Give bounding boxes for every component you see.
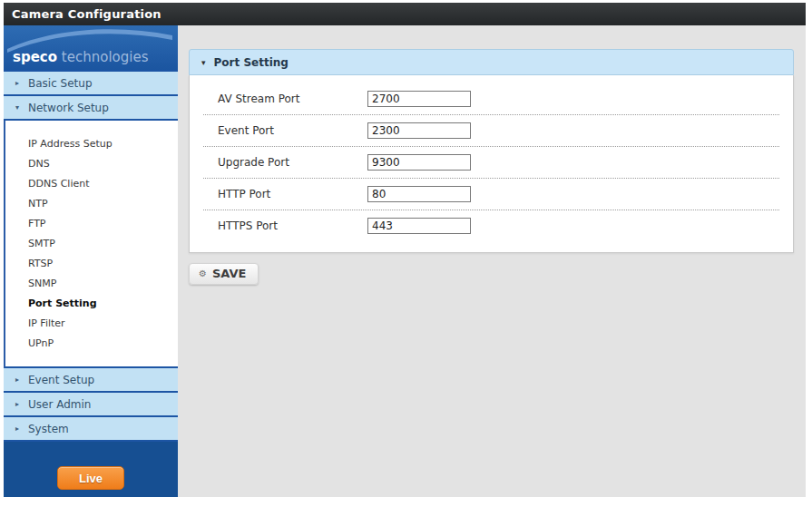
field-label-av-stream-port: AV Stream Port	[218, 93, 367, 105]
gear-icon: ⚙	[199, 268, 207, 278]
sidebar-nav: ▸Basic Setup▾Network SetupIP Address Set…	[4, 72, 178, 442]
panel-body: AV Stream PortEvent PortUpgrade PortHTTP…	[189, 75, 794, 253]
sidebar-footer: Live	[4, 442, 178, 497]
panel-title: Port Setting	[214, 56, 289, 69]
chevron-down-icon: ▾	[201, 58, 206, 67]
main-content: ▾ Port Setting AV Stream PortEvent PortU…	[178, 25, 806, 497]
av-stream-port-input[interactable]	[367, 91, 471, 107]
sidebar-section-label: User Admin	[28, 398, 91, 411]
app-body: speco technologies ▸Basic Setup▾Network …	[4, 25, 806, 497]
form-row-upgrade-port: Upgrade Port	[203, 146, 779, 178]
sidebar-item-ip-address-setup[interactable]: IP Address Setup	[5, 134, 178, 154]
sidebar-section-label: Event Setup	[28, 374, 94, 386]
sidebar-item-dns[interactable]: DNS	[5, 154, 178, 174]
port-setting-panel: ▾ Port Setting AV Stream PortEvent PortU…	[189, 49, 794, 253]
brand-name-bold: speco	[13, 49, 57, 65]
https-port-input[interactable]	[367, 218, 471, 234]
sidebar-item-rtsp[interactable]: RTSP	[5, 254, 178, 274]
triangle-right-icon: ▸	[13, 424, 22, 433]
save-button-label: SAVE	[212, 267, 246, 280]
sidebar-item-upnp[interactable]: UPnP	[5, 334, 178, 354]
form-row-event-port: Event Port	[203, 114, 779, 146]
form-row-http-port: HTTP Port	[203, 178, 779, 210]
field-label-upgrade-port: Upgrade Port	[218, 156, 367, 169]
sidebar-item-ip-filter[interactable]: IP Filter	[5, 314, 178, 334]
form-row-av-stream-port: AV Stream Port	[203, 83, 779, 114]
sidebar: speco technologies ▸Basic Setup▾Network …	[4, 25, 178, 497]
sidebar-submenu-network-setup: IP Address SetupDNSDDNS ClientNTPFTPSMTP…	[4, 121, 178, 368]
upgrade-port-input[interactable]	[367, 154, 471, 171]
save-button[interactable]: ⚙ SAVE	[189, 263, 259, 285]
sidebar-item-snmp[interactable]: SNMP	[5, 274, 178, 294]
window-title-bar: Camera Configuration	[4, 3, 806, 25]
event-port-input[interactable]	[367, 122, 471, 139]
sidebar-section-label: Basic Setup	[28, 77, 93, 90]
sidebar-section-basic-setup[interactable]: ▸Basic Setup	[4, 72, 178, 96]
brand-logo: speco technologies	[4, 25, 178, 72]
sidebar-item-port-setting[interactable]: Port Setting	[5, 294, 178, 314]
window-title: Camera Configuration	[12, 7, 161, 21]
brand-name-light: technologies	[62, 49, 149, 65]
triangle-right-icon: ▸	[13, 400, 22, 408]
page: Camera Configuration speco technologies …	[0, 0, 812, 507]
field-label-event-port: Event Port	[218, 124, 367, 137]
sidebar-item-smtp[interactable]: SMTP	[5, 234, 178, 254]
triangle-down-icon: ▾	[13, 103, 22, 112]
live-button[interactable]: Live	[57, 466, 124, 490]
sidebar-section-event-setup[interactable]: ▸Event Setup	[4, 368, 178, 393]
sidebar-section-network-setup[interactable]: ▾Network Setup	[4, 96, 178, 121]
sidebar-section-label: Network Setup	[28, 102, 109, 114]
camera-configuration-app: Camera Configuration speco technologies …	[4, 3, 806, 497]
form-row-https-port: HTTPS Port	[203, 210, 779, 241]
sidebar-item-ftp[interactable]: FTP	[5, 214, 178, 234]
sidebar-section-user-admin[interactable]: ▸User Admin	[4, 393, 178, 417]
sidebar-item-ddns-client[interactable]: DDNS Client	[5, 174, 178, 194]
http-port-input[interactable]	[367, 186, 471, 202]
brand-wordmark: speco technologies	[13, 49, 148, 65]
sidebar-item-ntp[interactable]: NTP	[5, 194, 178, 214]
sidebar-section-system[interactable]: ▸System	[4, 417, 178, 442]
sidebar-section-label: System	[28, 423, 69, 435]
field-label-https-port: HTTPS Port	[218, 219, 367, 232]
panel-header[interactable]: ▾ Port Setting	[189, 49, 794, 75]
triangle-right-icon: ▸	[13, 375, 22, 384]
field-label-http-port: HTTP Port	[218, 188, 367, 200]
triangle-right-icon: ▸	[13, 79, 22, 87]
